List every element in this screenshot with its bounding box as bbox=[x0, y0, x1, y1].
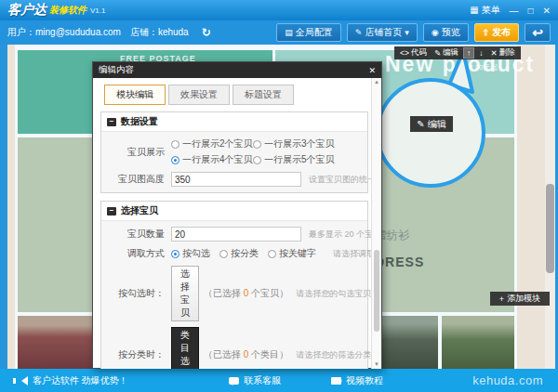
bubble-edit-button[interactable]: ✎ 编辑 bbox=[410, 116, 453, 132]
category-row: 按分类时： 类目选择 （已选择 0 个类目） 请选择您的筛选分类 bbox=[107, 327, 362, 369]
radio-selected-icon bbox=[171, 156, 179, 164]
app-logo-subtitle: 装修软件 bbox=[49, 4, 86, 17]
section-select-products: − 选择宝贝 宝贝数量 最多显示 20 个宝贝 调取方式 按勾选 按分类 按关键… bbox=[100, 201, 368, 369]
dialog-close-icon[interactable]: ✕ bbox=[368, 66, 376, 75]
chevron-down-icon: ▾ bbox=[405, 28, 409, 37]
close-button[interactable]: ✕ bbox=[543, 6, 551, 16]
upload-icon: ⇧ bbox=[483, 28, 490, 37]
status-bar: 客户达软件 劲爆优势！ 联系客服 视频教程 kehuda.com bbox=[0, 369, 558, 392]
edit-pencil-icon: ✎ bbox=[417, 119, 424, 129]
dialog-scrollbar-thumb[interactable] bbox=[374, 250, 379, 332]
product-photo bbox=[18, 316, 92, 369]
product-qty-row: 宝贝数量 最多显示 20 个宝贝 bbox=[107, 227, 362, 242]
radio-icon bbox=[253, 140, 261, 149]
dialog-body: 模块编辑 效果设置 标题设置 − 数据设置 宝贝展示 一行展示2个宝贝 一行展示… bbox=[93, 78, 381, 369]
collapse-icon[interactable]: − bbox=[107, 118, 116, 126]
module-move-up-button[interactable]: ↑ bbox=[463, 47, 474, 59]
maximize-button[interactable]: □ bbox=[528, 6, 534, 16]
select-products-button[interactable]: 选择宝贝 bbox=[171, 266, 199, 321]
eye-icon: ◉ bbox=[432, 28, 439, 37]
section-title: 选择宝贝 bbox=[121, 204, 158, 217]
contact-label: 联系客服 bbox=[244, 374, 281, 387]
app-logo: 客户达 bbox=[7, 2, 46, 19]
select-category-button[interactable]: 类目选择 bbox=[171, 327, 199, 369]
preview-label: 预览 bbox=[442, 26, 460, 39]
field-label: 按勾选时： bbox=[107, 287, 165, 300]
canvas-scrollbar[interactable] bbox=[545, 45, 555, 369]
preview-button[interactable]: ◉ 预览 bbox=[423, 23, 469, 42]
module-edit-button[interactable]: ✎ 编辑 bbox=[432, 47, 461, 59]
minimize-button[interactable]: — bbox=[510, 6, 519, 16]
speaker-icon bbox=[17, 376, 28, 385]
publish-button[interactable]: ⇧ 发布 bbox=[474, 23, 520, 42]
refresh-icon[interactable]: ↻ bbox=[202, 26, 211, 39]
add-module-button[interactable]: + 添加模块 bbox=[490, 292, 550, 306]
global-config-button[interactable]: ▤ 全局配置 bbox=[276, 23, 341, 42]
field-label: 宝贝展示 bbox=[107, 146, 165, 159]
image-height-row: 宝贝图高度 设置宝贝图的统一高度值，不填写为[?] bbox=[107, 172, 362, 187]
user-label: 用户：ming@sududua.com bbox=[7, 26, 121, 39]
app-version: V1.1 bbox=[90, 7, 105, 15]
scroll-up-icon[interactable]: ▲ bbox=[372, 78, 381, 86]
radio-icon bbox=[253, 156, 261, 164]
edit-dialog: 编辑内容 ✕ 模块编辑 效果设置 标题设置 − 数据设置 宝贝展示 bbox=[92, 61, 382, 369]
site-url: kehuda.com bbox=[472, 369, 543, 392]
module-move-down-button[interactable]: ↓ bbox=[476, 48, 485, 58]
radio-by-pick[interactable]: 按勾选 bbox=[171, 247, 210, 260]
field-label: 宝贝数量 bbox=[107, 228, 165, 241]
menu-button[interactable]: ▦ 菜单 bbox=[470, 4, 499, 17]
radio-2-per-row[interactable]: 一行展示2个宝贝 bbox=[171, 137, 253, 150]
tab-effect-settings[interactable]: 效果设置 bbox=[168, 85, 230, 105]
radio-by-category[interactable]: 按分类 bbox=[219, 247, 259, 260]
promo-link[interactable]: 客户达软件 劲爆优势！ bbox=[17, 369, 128, 392]
main-toolbar: 用户：ming@sududua.com 店铺：kehuda ↻ ▤ 全局配置 ✎… bbox=[0, 20, 558, 45]
scroll-down-icon[interactable]: ▼ bbox=[372, 360, 381, 369]
x-icon: ✕ bbox=[491, 48, 498, 58]
field-label: 按分类时： bbox=[107, 348, 165, 361]
radio-selected-icon bbox=[171, 250, 179, 258]
tab-title-settings[interactable]: 标题设置 bbox=[232, 85, 294, 105]
radio-icon bbox=[219, 250, 228, 258]
canvas-scrollbar-thumb[interactable] bbox=[546, 184, 554, 273]
module-code-button[interactable]: <> 代码 bbox=[397, 47, 430, 59]
bubble-edit-label: 编辑 bbox=[428, 118, 446, 131]
back-button[interactable]: ↩ bbox=[525, 23, 551, 42]
radio-5-per-row[interactable]: 一行展示5个宝贝 bbox=[253, 153, 335, 166]
dialog-scrollbar[interactable]: ▲ ▼ bbox=[371, 78, 381, 369]
selected-count: （已选择 0 个类目） bbox=[204, 348, 288, 361]
publish-label: 发布 bbox=[492, 26, 511, 39]
edit-pencil-icon: ✎ bbox=[434, 48, 441, 58]
product-qty-input[interactable] bbox=[171, 227, 301, 242]
module-code-label: 代码 bbox=[411, 47, 427, 59]
menu-label: 菜单 bbox=[482, 5, 500, 15]
collapse-icon[interactable]: − bbox=[107, 207, 116, 216]
radio-3-per-row[interactable]: 一行展示3个宝贝 bbox=[253, 137, 335, 150]
radio-4-per-row[interactable]: 一行展示4个宝贝 bbox=[171, 153, 253, 166]
video-camera-icon bbox=[331, 377, 341, 385]
code-icon: <> bbox=[400, 48, 409, 58]
radio-icon bbox=[171, 140, 179, 149]
radio-by-keyword[interactable]: 按关键字 bbox=[268, 247, 316, 260]
promo-label: 客户达软件 劲爆优势！ bbox=[33, 374, 128, 387]
section-data-settings: − 数据设置 宝贝展示 一行展示2个宝贝 一行展示3个宝贝 一行展示4个宝贝 一… bbox=[100, 111, 368, 193]
pick-products-row: 按勾选时： 选择宝贝 （已选择 0 个宝贝） 请选择您的勾选宝贝 bbox=[107, 266, 362, 321]
dialog-title-bar[interactable]: 编辑内容 ✕ bbox=[93, 62, 381, 78]
app-window: 客户达 装修软件 V1.1 ▦ 菜单 — □ ✕ 用户：ming@sududua… bbox=[0, 0, 558, 392]
field-label: 调取方式 bbox=[107, 247, 165, 260]
title-bar: 客户达 装修软件 V1.1 ▦ 菜单 — □ ✕ bbox=[0, 0, 558, 20]
shop-label: 店铺：kehuda bbox=[130, 26, 189, 39]
contact-support-link[interactable]: 联系客服 bbox=[229, 369, 281, 392]
field-label: 宝贝图高度 bbox=[107, 173, 165, 186]
shop-home-button[interactable]: ✎ 店铺首页 ▾ bbox=[347, 23, 418, 42]
module-toolbar: <> 代码 ✎ 编辑 ↑ ↓ ✕ 删除 bbox=[394, 46, 521, 59]
module-delete-button[interactable]: ✕ 删除 bbox=[488, 47, 518, 59]
video-tutorial-link[interactable]: 视频教程 bbox=[331, 369, 383, 392]
plus-icon: + bbox=[499, 294, 504, 304]
section-title: 数据设置 bbox=[121, 115, 158, 128]
product-photo bbox=[442, 316, 514, 369]
config-icon: ▤ bbox=[285, 28, 293, 37]
arrow-up-icon: ↑ bbox=[467, 48, 471, 58]
image-height-input[interactable] bbox=[171, 172, 301, 187]
fetch-mode-row: 调取方式 按勾选 按分类 按关键字 请选择调取宝贝的方式 bbox=[107, 247, 362, 260]
tab-module-edit[interactable]: 模块编辑 bbox=[104, 85, 166, 105]
